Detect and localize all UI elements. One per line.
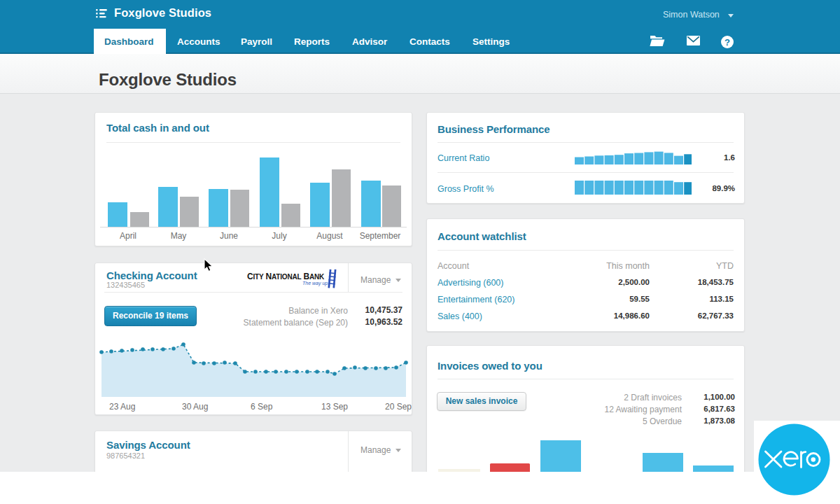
svg-text:June: June bbox=[220, 231, 238, 241]
svg-text:August: August bbox=[316, 231, 343, 241]
svg-text:April: April bbox=[120, 231, 136, 241]
svg-text:July: July bbox=[272, 231, 286, 241]
svg-text:September: September bbox=[360, 231, 401, 241]
svg-text:?: ? bbox=[724, 37, 730, 48]
svg-text:May: May bbox=[171, 231, 187, 241]
